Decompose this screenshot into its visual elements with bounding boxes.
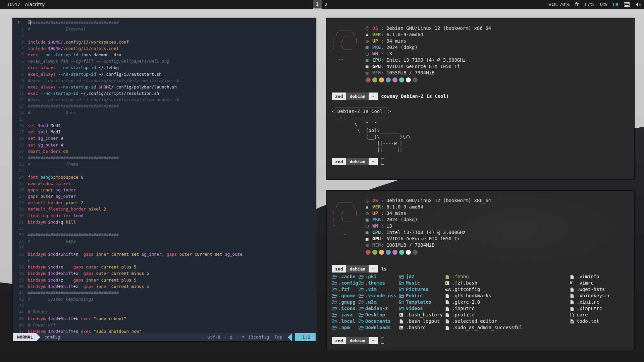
line-number: 45 bbox=[13, 315, 28, 322]
ls-item: Videos bbox=[399, 305, 443, 312]
folder-open-icon bbox=[332, 313, 338, 317]
shell-prompt-active[interactable]: zeddebian~ bbox=[332, 158, 629, 166]
volume-indicator[interactable]: VOL 70% bbox=[548, 2, 570, 7]
line-number: 29 bbox=[13, 206, 28, 212]
line-number: 26 bbox=[13, 187, 28, 193]
keyboard-layout-indicator[interactable]: FR bbox=[613, 2, 619, 7]
vim-line: 42# System keybindings bbox=[13, 296, 316, 302]
vim-line: 4include $HOME/.config/i3/colors.conf bbox=[13, 45, 316, 52]
palette-dot bbox=[372, 77, 377, 82]
ls-item: .vim bbox=[359, 286, 396, 293]
prompt-host: debian bbox=[346, 158, 369, 165]
workspace-button-2[interactable]: 2 bbox=[322, 0, 330, 9]
vim-line: 29default_floating_border pixel 2 bbox=[13, 206, 316, 212]
clock: 10:47 bbox=[7, 2, 20, 7]
ver-icon: ♟ bbox=[366, 32, 372, 38]
folder-open-icon bbox=[399, 306, 406, 311]
palette-dot bbox=[379, 77, 384, 82]
terminal-window-top[interactable]: _____ / __ \ | / | | \___- -_ --_ @OS : … bbox=[326, 18, 635, 180]
palette-dot bbox=[379, 250, 384, 255]
folder-open-icon bbox=[332, 306, 338, 311]
ls-column: jd2MusicPicturesPublicTemplatesVideos.ba… bbox=[399, 274, 443, 331]
fetch-row-os: @OS : Debian GNU/Linux 12 (bookworm) x86… bbox=[366, 197, 629, 204]
folder-open-icon bbox=[332, 319, 338, 323]
vim-line: 47bindsym $mod+Shift+s exec "sudo shutdo… bbox=[13, 328, 316, 333]
line-number: 30 bbox=[13, 213, 28, 219]
ls-item: .viminfo bbox=[570, 274, 610, 280]
palette-dot bbox=[406, 77, 411, 82]
vim-line: 39bindsym $mod+z gaps inner current plus… bbox=[13, 277, 316, 283]
line-number: 44 bbox=[13, 309, 28, 315]
file-icon bbox=[570, 287, 577, 292]
line-number: 22 bbox=[13, 161, 28, 167]
vim-editor-window[interactable]: 1####################################1# … bbox=[12, 18, 316, 342]
line-number: 15 bbox=[13, 116, 28, 122]
line-number: 39 bbox=[13, 277, 28, 283]
folder-open-icon bbox=[399, 300, 406, 304]
vim-line: 8exec_always --no-startup-id ~/.config/i… bbox=[13, 71, 316, 77]
vim-line: 36bindsym $mod+Shift+n gaps inner curren… bbox=[13, 251, 316, 257]
vim-line: 34# Gaps bbox=[13, 238, 316, 244]
ls-item: .gnupg bbox=[332, 299, 358, 305]
terminal-window-bottom[interactable]: _____ / __ \ | / | | \___- -_ --_ @OS : … bbox=[326, 190, 635, 350]
statusline-arrow bbox=[36, 333, 40, 341]
ls-item: .fzf bbox=[332, 286, 358, 293]
file-icon bbox=[570, 275, 577, 279]
palette-dot bbox=[413, 77, 418, 82]
ls-item: .selected_editor bbox=[445, 318, 523, 324]
workspace-button-1[interactable]: 1 bbox=[313, 0, 322, 9]
gpu-icon: ▦ bbox=[366, 63, 372, 70]
os-icon: @ bbox=[366, 25, 372, 32]
line-number: 32 bbox=[13, 225, 28, 232]
fetch-row-os: @OS : Debian GNU/Linux 12 (bookworm) x86… bbox=[366, 25, 629, 32]
folder-open-icon bbox=[332, 281, 338, 285]
folder-open-icon bbox=[359, 325, 365, 330]
vim-line: 46# Power off bbox=[13, 322, 316, 328]
ls-item: .themes bbox=[359, 280, 396, 286]
ls-item: Pictures bbox=[399, 286, 443, 293]
prompt-path: ~ bbox=[369, 158, 378, 165]
vim-buffer[interactable]: 1####################################1# … bbox=[13, 18, 316, 333]
line-number: 34 bbox=[13, 238, 28, 244]
ls-item: .w3m bbox=[359, 299, 396, 305]
focused-window-title: Alacritty bbox=[25, 2, 45, 7]
vim-line: 15 bbox=[13, 116, 316, 122]
vim-line: 12#exec --no-startup-id ~/.config/script… bbox=[13, 97, 316, 103]
ls-item: .sudo_as_admin_successful bbox=[445, 324, 523, 331]
file-icon bbox=[445, 300, 452, 305]
vim-line: 18set $g_inner 9 bbox=[13, 135, 316, 141]
line-number: 24 bbox=[13, 174, 28, 180]
shell-prompt-active[interactable]: zeddebian~ bbox=[332, 337, 629, 345]
vim-line: 5exec --no-startup-id ibus-daemon -drx bbox=[13, 52, 316, 58]
wm-icon: ▢ bbox=[366, 223, 372, 229]
folder-open-icon bbox=[332, 300, 338, 304]
terminal-color-palette bbox=[366, 77, 629, 82]
file-icon bbox=[570, 294, 577, 298]
fetch-row-ver: ♟VER: 6.1.0-9-amd64 bbox=[366, 32, 629, 38]
vim-mode-badge: NORMAL bbox=[13, 333, 36, 341]
line-number: 14 bbox=[13, 110, 28, 116]
ls-item: .bash_history bbox=[399, 312, 443, 318]
ls-item: .xinitrc bbox=[570, 299, 610, 305]
line-number: 4 bbox=[13, 45, 28, 52]
vim-line: 11exec --no-startup-id ~/.config/scripts… bbox=[13, 90, 316, 97]
speaker-icon[interactable] bbox=[635, 2, 641, 7]
cpu-indicator: 17% bbox=[584, 2, 594, 7]
prompt-host: debian bbox=[346, 93, 369, 100]
fetch-output: _____ / __ \ | / | | \___- -_ --_ @OS : … bbox=[332, 196, 629, 255]
terminal-color-palette bbox=[366, 250, 629, 255]
ls-item: .gnome bbox=[332, 293, 358, 299]
fetch-row-up: ◷UP : 34 mins bbox=[366, 38, 629, 44]
line-number: 21 bbox=[13, 155, 28, 161]
os-icon: @ bbox=[366, 197, 372, 204]
line-number: 11 bbox=[13, 90, 28, 97]
ls-item: V.vimrc bbox=[570, 280, 610, 286]
prompt-user: zed bbox=[332, 265, 346, 273]
palette-dot bbox=[392, 250, 397, 255]
vim-line: 20smart_borders on bbox=[13, 148, 316, 155]
folder-open-icon bbox=[359, 281, 365, 285]
vim-line: 7exec_always --no-startup-id ~/.fehbg bbox=[13, 64, 316, 71]
line-number: 10 bbox=[13, 84, 28, 90]
line-number: 7 bbox=[13, 64, 28, 71]
line-number: 16 bbox=[13, 122, 28, 129]
